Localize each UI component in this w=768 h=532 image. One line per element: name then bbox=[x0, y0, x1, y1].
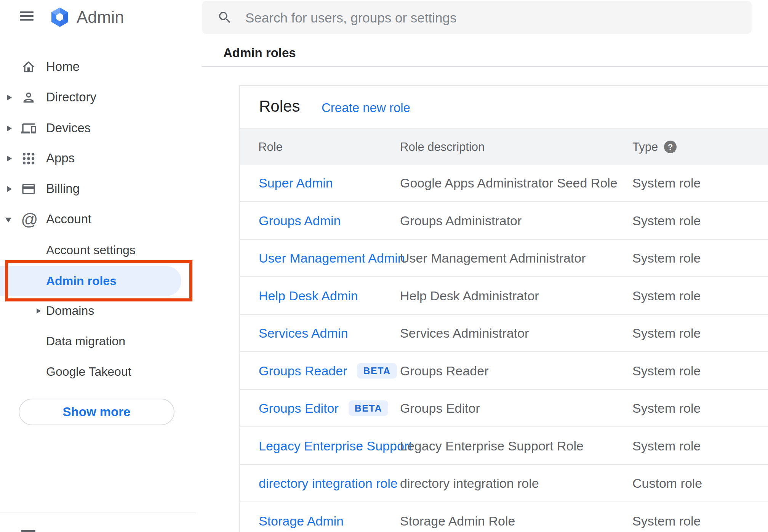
search-input[interactable] bbox=[245, 1, 741, 35]
table-row: Groups Admin Groups Administrator System… bbox=[240, 202, 768, 240]
role-description: User Management Administrator bbox=[400, 251, 586, 266]
sidebar-item-account[interactable]: @ Account bbox=[0, 204, 196, 235]
sidebar: Admin Home Directory Devices bbox=[0, 0, 196, 532]
beta-badge: BETA bbox=[357, 363, 397, 379]
sidebar-item-label: Directory bbox=[46, 90, 96, 104]
cutoff-menu-icon bbox=[21, 530, 35, 532]
role-description: Services Administrator bbox=[400, 326, 529, 341]
role-description: Groups Editor bbox=[400, 401, 480, 416]
table-row: Services Admin Services Administrator Sy… bbox=[240, 315, 768, 352]
sidebar-item-label: Account bbox=[46, 212, 91, 226]
sidebar-item-label: Data migration bbox=[46, 334, 125, 348]
person-icon bbox=[21, 90, 36, 105]
sidebar-item-label: Billing bbox=[46, 181, 80, 196]
role-link[interactable]: Storage Admin bbox=[259, 514, 344, 529]
role-type: System role bbox=[632, 514, 701, 529]
role-type: System role bbox=[632, 401, 701, 416]
sidebar-item-label: Google Takeout bbox=[46, 365, 131, 379]
sidebar-item-account-settings[interactable]: Account settings bbox=[0, 235, 196, 266]
search-icon bbox=[217, 10, 232, 25]
column-header-role: Role bbox=[258, 140, 283, 154]
role-link[interactable]: Help Desk Admin bbox=[259, 288, 358, 303]
table-row: User Management Admin User Management Ad… bbox=[240, 240, 768, 277]
page-title: Roles bbox=[259, 97, 300, 115]
home-icon bbox=[21, 59, 36, 75]
role-type: System role bbox=[632, 251, 701, 266]
table-row: Help Desk Admin Help Desk Administrator … bbox=[240, 277, 768, 315]
role-link[interactable]: Groups EditorBETA bbox=[259, 401, 388, 416]
sidebar-item-apps[interactable]: Apps bbox=[0, 143, 196, 174]
table-row: Storage Admin Storage Admin Role System … bbox=[240, 503, 768, 532]
role-description: directory integration role bbox=[400, 476, 539, 491]
sidebar-item-label: Admin roles bbox=[46, 274, 117, 288]
sidebar-item-directory[interactable]: Directory bbox=[0, 82, 196, 113]
role-type: Custom role bbox=[632, 476, 702, 491]
create-new-role-link[interactable]: Create new role bbox=[322, 101, 410, 115]
chevron-right-icon bbox=[7, 155, 12, 162]
table-row: Legacy Enterprise Support Legacy Enterpr… bbox=[240, 428, 768, 465]
sidebar-item-admin-roles[interactable]: Admin roles bbox=[0, 266, 181, 296]
sidebar-item-devices[interactable]: Devices bbox=[0, 113, 196, 144]
at-sign-icon: @ bbox=[21, 212, 36, 227]
role-link[interactable]: Super Admin bbox=[259, 176, 333, 191]
role-description: Legacy Enterprise Support Role bbox=[400, 439, 584, 453]
beta-badge: BETA bbox=[349, 401, 388, 416]
sidebar-item-google-takeout[interactable]: Google Takeout bbox=[0, 357, 196, 387]
table-header: Role Role description Type ? bbox=[240, 128, 768, 165]
column-header-description: Role description bbox=[400, 140, 485, 154]
role-type: System role bbox=[632, 288, 701, 303]
chevron-down-icon bbox=[5, 218, 11, 223]
column-header-type: Type ? bbox=[632, 140, 677, 154]
role-type: System role bbox=[632, 439, 701, 453]
admin-console-screen: Admin Home Directory Devices bbox=[0, 0, 768, 532]
apps-grid-icon bbox=[21, 151, 36, 166]
breadcrumb-divider bbox=[202, 66, 768, 67]
role-link[interactable]: Services Admin bbox=[259, 326, 348, 341]
chevron-right-icon bbox=[37, 308, 41, 314]
role-type: System role bbox=[632, 326, 701, 341]
role-link[interactable]: User Management Admin bbox=[259, 251, 405, 266]
role-description: Help Desk Administrator bbox=[400, 288, 539, 303]
sidebar-item-billing[interactable]: Billing bbox=[0, 174, 196, 204]
sidebar-item-domains[interactable]: Domains bbox=[0, 296, 196, 326]
devices-icon bbox=[21, 121, 36, 136]
role-link[interactable]: Groups ReaderBETA bbox=[259, 363, 397, 379]
table-row: Groups EditorBETA Groups Editor System r… bbox=[240, 390, 768, 427]
app-title: Admin bbox=[77, 8, 124, 27]
menu-icon[interactable] bbox=[20, 11, 34, 21]
show-more-label: Show more bbox=[63, 405, 131, 419]
app-bar: Admin bbox=[0, 0, 196, 34]
breadcrumb: Admin roles bbox=[223, 46, 296, 60]
table-row: directory integration role directory int… bbox=[240, 465, 768, 502]
role-link[interactable]: Groups Admin bbox=[259, 213, 341, 228]
sidebar-item-data-migration[interactable]: Data migration bbox=[0, 326, 196, 357]
role-description: Storage Admin Role bbox=[400, 514, 515, 529]
chevron-right-icon bbox=[7, 95, 12, 101]
role-type: System role bbox=[632, 213, 701, 228]
role-link[interactable]: Legacy Enterprise Support bbox=[259, 439, 412, 453]
roles-card: Roles Create new role Role Role descript… bbox=[239, 85, 768, 532]
role-type: System role bbox=[632, 364, 701, 378]
sidebar-item-label: Devices bbox=[46, 121, 91, 135]
sidebar-item-label: Account settings bbox=[46, 243, 136, 257]
credit-card-icon bbox=[21, 181, 36, 197]
sidebar-item-label: Domains bbox=[46, 304, 94, 318]
admin-logo-icon bbox=[48, 6, 72, 28]
sidebar-item-label: Home bbox=[46, 59, 80, 74]
sidebar-item-label: Apps bbox=[46, 151, 75, 165]
role-description: Google Apps Administrator Seed Role bbox=[400, 176, 618, 191]
role-description: Groups Reader bbox=[400, 364, 488, 378]
table-row: Groups ReaderBETA Groups Reader System r… bbox=[240, 353, 768, 390]
role-link[interactable]: directory integration role bbox=[259, 476, 398, 491]
search-bar[interactable] bbox=[202, 1, 752, 34]
role-type: System role bbox=[632, 176, 701, 191]
sidebar-item-home[interactable]: Home bbox=[0, 52, 196, 82]
show-more-button[interactable]: Show more bbox=[19, 399, 174, 425]
sidebar-divider bbox=[0, 513, 196, 513]
table-row: Super Admin Google Apps Administrator Se… bbox=[240, 165, 768, 202]
role-description: Groups Administrator bbox=[400, 213, 522, 228]
help-icon[interactable]: ? bbox=[664, 141, 677, 153]
chevron-right-icon bbox=[7, 125, 12, 131]
chevron-right-icon bbox=[7, 186, 12, 192]
